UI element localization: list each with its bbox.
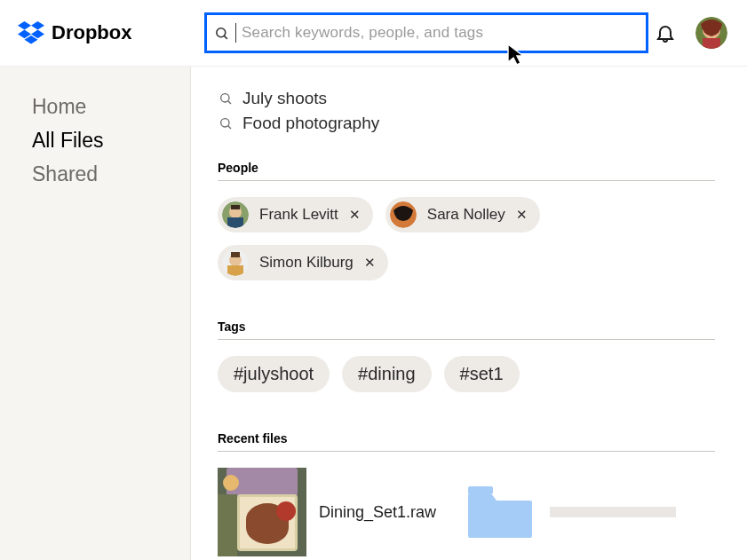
brand-logo[interactable]: Dropbox [18,21,204,44]
section-header-people: People [218,161,715,175]
suggestion-label: Food photography [242,114,379,133]
sidebar-item-home[interactable]: Home [32,90,190,123]
sidebar-item-shared[interactable]: Shared [32,157,190,191]
dropbox-icon [18,21,44,44]
search-suggestion[interactable]: July shoots [218,86,715,111]
recent-folder-item[interactable] [456,468,676,556]
avatar [390,201,417,228]
app-header: Dropbox Search keywords, people, and tag… [0,0,747,67]
svg-rect-24 [231,252,240,257]
close-icon[interactable]: ✕ [516,207,528,223]
svg-line-14 [228,126,231,129]
sidebar-item-allfiles[interactable]: All Files [32,123,190,157]
svg-line-6 [224,35,227,39]
people-chip-label: Simon Kilburg [259,254,354,272]
search-icon [219,91,233,106]
account-avatar[interactable] [695,17,727,49]
search-field[interactable]: Search keywords, people, and tags [204,12,648,53]
people-chip[interactable]: Sara Nolley ✕ [385,197,540,233]
svg-point-5 [216,28,225,36]
section-header-recent: Recent files [218,431,715,446]
people-chip-label: Frank Levitt [259,206,338,224]
tag-chip[interactable]: #set1 [444,356,520,392]
tag-chip[interactable]: #julyshoot [218,356,330,392]
text-caret [235,23,236,43]
sidebar-nav: Home All Files Shared [0,67,191,560]
placeholder-bar [550,507,676,517]
brand-name: Dropbox [52,21,131,44]
svg-rect-17 [227,217,243,228]
search-suggestion[interactable]: Food photography [218,111,715,136]
close-icon[interactable]: ✕ [364,255,376,271]
svg-point-13 [221,119,229,127]
bell-icon[interactable] [655,22,676,43]
svg-line-12 [228,101,231,104]
search-results-panel: July shoots Food photography People Fran… [191,67,747,560]
file-thumbnail [218,468,306,556]
svg-marker-0 [18,21,31,30]
suggestion-label: July shoots [242,89,327,108]
folder-icon [468,485,532,540]
divider [218,339,715,340]
divider [218,180,715,181]
people-chip[interactable]: Simon Kilburg ✕ [218,245,388,280]
svg-rect-23 [227,265,243,276]
recent-file-item[interactable]: Dining_Set1.raw [218,468,436,556]
file-name: Dining_Set1.raw [319,503,436,522]
search-icon [219,116,233,130]
close-icon[interactable]: ✕ [349,207,361,223]
svg-rect-10 [703,38,720,49]
people-chip-label: Sara Nolley [427,206,505,224]
divider [218,451,715,452]
tag-chip[interactable]: #dining [342,356,432,392]
svg-rect-18 [231,205,240,209]
search-icon [214,26,229,41]
avatar [222,249,249,276]
avatar [222,201,249,228]
people-chip[interactable]: Frank Levitt ✕ [218,197,373,233]
svg-marker-1 [31,21,44,30]
svg-point-11 [221,94,229,102]
search-placeholder: Search keywords, people, and tags [242,24,483,42]
section-header-tags: Tags [218,319,715,334]
